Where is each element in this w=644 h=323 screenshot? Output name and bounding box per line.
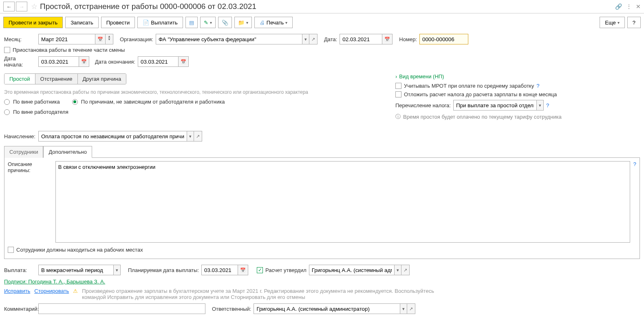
date-input[interactable] [340,34,382,44]
start-label: Дата начала: [4,55,36,68]
reverse-link[interactable]: Сторнировать [34,288,69,294]
dropdown-icon[interactable]: ▾ [302,34,309,44]
start-input[interactable] [38,56,79,67]
edit-icon-button[interactable]: ✎ ▾ [200,17,216,28]
workplace-checkbox[interactable] [8,247,14,253]
date-label: Дата: [324,36,337,42]
end-label: Дата окончания: [95,59,135,65]
help-icon[interactable]: ? [546,102,549,108]
calendar-icon[interactable]: 📅 [382,34,393,44]
comment-input[interactable] [38,303,205,314]
pay-button[interactable]: 📄Выплатить [137,17,183,28]
calendar-icon[interactable]: 📅 [79,56,89,67]
tab-employees[interactable]: Сотрудники [4,146,43,158]
comment-label: Комментарий: [4,306,36,312]
correct-link[interactable]: Исправить [4,288,30,294]
number-input[interactable] [419,34,468,44]
radio-employer-fault[interactable] [4,109,10,115]
close-icon[interactable]: ✕ [636,3,641,10]
month-label: Месяц: [4,36,36,42]
tab-suspension[interactable]: Отстранение [35,74,78,84]
info-icon: ⓘ [395,113,401,120]
calendar-icon[interactable]: 📅 [179,56,189,67]
desc-label: Описание причины: [8,161,52,173]
warning-text: Произведено отражение зарплаты в бухгалт… [82,288,449,300]
planned-date-input[interactable] [201,265,238,275]
help-icon[interactable]: ? [536,83,539,89]
end-input[interactable] [138,56,179,67]
calendar-icon[interactable]: 📅 [238,265,248,275]
tab-downtime[interactable]: Простой [4,74,35,84]
accrual-label: Начисление: [4,133,36,139]
radio-independent[interactable] [72,99,78,105]
dropdown-icon[interactable]: ▾ [187,131,194,142]
approved-label: Расчет утвердил [265,267,307,273]
hint-text: Это временная приостановка работы по при… [4,89,383,95]
menu-icon[interactable]: ⋮ [626,3,632,10]
payment-input[interactable] [38,265,114,275]
resp-input[interactable] [254,303,400,314]
info-text: Время простоя будет оплачено по текущему… [403,114,562,120]
save-button[interactable]: Записать [65,17,99,28]
folder-button[interactable]: 📁 ▾ [234,17,252,28]
print-button[interactable]: 🖨Печать ▾ [254,17,293,28]
post-button[interactable]: Провести [101,17,135,28]
link-icon[interactable]: 🔗 [615,3,622,10]
accrual-input[interactable] [38,131,187,142]
open-icon[interactable]: ↗ [401,265,410,275]
help-button[interactable]: ? [627,17,641,28]
approved-input[interactable] [309,265,395,275]
open-icon[interactable]: ↗ [309,34,318,44]
tab-additional[interactable]: Дополнительно [43,146,92,158]
calendar-icon[interactable]: 📅 [95,34,106,44]
mrot-checkbox[interactable] [395,83,401,89]
dropdown-icon[interactable]: ▾ [400,303,407,314]
spinner-icon[interactable]: ▲▼ [106,34,113,44]
reason-tabs: Простой Отстранение Другая причина [4,73,126,84]
tax-transfer-label: Перечисление налога: [395,102,451,108]
resp-label: Ответственный: [212,306,251,312]
open-icon[interactable]: ↗ [194,131,202,142]
partial-shift-label: Приостановка работы в течение части смен… [13,47,125,53]
page-title: Простой, отстранение от работы 0000-0000… [40,2,615,11]
report-button[interactable]: ▤ [185,17,198,28]
more-button[interactable]: Еще [600,17,624,28]
forward-button[interactable]: → [16,2,27,11]
tax-transfer-input[interactable] [453,100,537,111]
open-icon[interactable]: ↗ [407,303,415,314]
favorite-icon[interactable]: ☆ [31,2,37,11]
back-button[interactable]: ← [3,2,15,11]
month-input[interactable] [38,34,95,44]
help-icon[interactable]: ? [633,161,636,167]
approved-checkbox[interactable]: ✓ [257,267,263,273]
org-label: Организация: [120,36,153,42]
chevron-right-icon[interactable]: › [395,73,397,80]
tab-other[interactable]: Другая причина [78,74,126,84]
time-type-link[interactable]: Вид времени (НП) [399,73,444,80]
desc-textarea[interactable] [55,161,630,243]
radio-employee-fault[interactable] [4,99,10,105]
dropdown-icon[interactable]: ▾ [537,100,544,111]
defer-tax-checkbox[interactable] [395,91,401,97]
attach-button[interactable]: 📎 [218,17,232,28]
org-input[interactable] [156,34,302,44]
post-close-button[interactable]: Провести и закрыть [3,17,63,28]
warning-icon: ⚠ [73,288,78,294]
payment-label: Выплата: [4,267,36,273]
dropdown-icon[interactable]: ▾ [395,265,401,275]
planned-date-label: Планируемая дата выплаты: [128,267,199,273]
number-label: Номер: [399,36,417,42]
partial-shift-checkbox[interactable] [4,47,10,53]
signatures-link[interactable]: Подписи: Погодина Т. А., Барышева З. А. [4,279,105,285]
dropdown-icon[interactable]: ▾ [114,265,121,275]
